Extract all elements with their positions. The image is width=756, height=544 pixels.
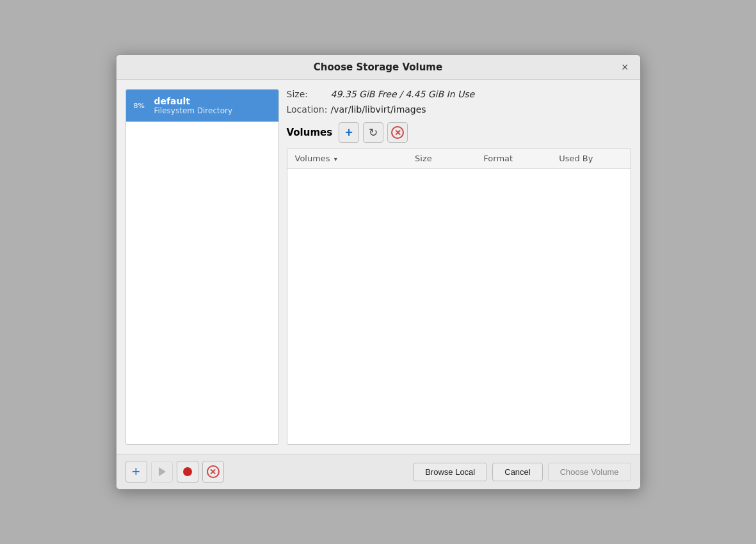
pool-item-default[interactable]: 8% default Filesystem Directory bbox=[126, 90, 278, 122]
add-icon: + bbox=[345, 125, 353, 140]
start-pool-button bbox=[151, 461, 173, 483]
col-header-size: Size bbox=[407, 148, 476, 169]
pool-list: 8% default Filesystem Directory bbox=[125, 89, 279, 445]
volumes-label: Volumes bbox=[287, 127, 333, 138]
dialog-body: 8% default Filesystem Directory Size: 49… bbox=[117, 80, 640, 454]
pool-item-info: default Filesystem Directory bbox=[154, 96, 233, 115]
add-pool-icon: + bbox=[132, 465, 140, 479]
col-header-volumes[interactable]: Volumes ▾ bbox=[287, 148, 408, 169]
refresh-volumes-button[interactable]: ↻ bbox=[363, 122, 383, 143]
dialog-title: Choose Storage Volume bbox=[314, 61, 442, 73]
location-row: Location: /var/lib/libvirt/images bbox=[287, 104, 631, 115]
footer-left-buttons: + ✕ bbox=[125, 461, 224, 483]
size-row: Size: 49.35 GiB Free / 4.45 GiB In Use bbox=[287, 89, 631, 99]
size-value: 49.35 GiB Free / 4.45 GiB In Use bbox=[331, 89, 475, 99]
pool-item-percent: 8% bbox=[134, 102, 149, 110]
close-button[interactable]: × bbox=[618, 60, 632, 74]
pool-item-type: Filesystem Directory bbox=[154, 106, 233, 115]
pool-detail: Size: 49.35 GiB Free / 4.45 GiB In Use L… bbox=[287, 89, 631, 445]
browse-local-button[interactable]: Browse Local bbox=[413, 463, 487, 481]
table-header-row: Volumes ▾ Size Format Used By bbox=[287, 148, 631, 169]
footer-right-buttons: Browse Local Cancel Choose Volume bbox=[413, 463, 631, 481]
choose-volume-button: Choose Volume bbox=[548, 463, 631, 481]
choose-storage-volume-dialog: Choose Storage Volume × 8% default Files… bbox=[116, 54, 641, 490]
dialog-footer: + ✕ Browse Local Cancel Choose Volume bbox=[117, 454, 640, 489]
dialog-titlebar: Choose Storage Volume × bbox=[117, 55, 640, 80]
col-header-format: Format bbox=[476, 148, 551, 169]
location-label: Location: bbox=[287, 104, 328, 115]
stop-icon bbox=[183, 467, 192, 476]
add-volume-button[interactable]: + bbox=[339, 122, 359, 143]
pool-item-name: default bbox=[154, 96, 233, 106]
sort-arrow-icon: ▾ bbox=[334, 156, 337, 163]
col-header-usedby: Used By bbox=[551, 148, 630, 169]
stop-pool-button[interactable] bbox=[177, 461, 198, 483]
cancel-button[interactable]: Cancel bbox=[492, 463, 542, 481]
volumes-header: Volumes + ↻ ✕ bbox=[287, 122, 631, 143]
volumes-table: Volumes ▾ Size Format Used By bbox=[287, 148, 631, 445]
delete-pool-button[interactable]: ✕ bbox=[202, 461, 224, 483]
play-icon bbox=[159, 467, 166, 476]
delete-volume-icon: ✕ bbox=[391, 126, 404, 139]
location-value: /var/lib/libvirt/images bbox=[331, 104, 426, 115]
size-label: Size: bbox=[287, 89, 328, 99]
delete-pool-icon: ✕ bbox=[207, 465, 220, 478]
delete-volume-button[interactable]: ✕ bbox=[387, 122, 408, 143]
add-pool-button[interactable]: + bbox=[125, 461, 147, 483]
refresh-icon: ↻ bbox=[369, 126, 378, 140]
